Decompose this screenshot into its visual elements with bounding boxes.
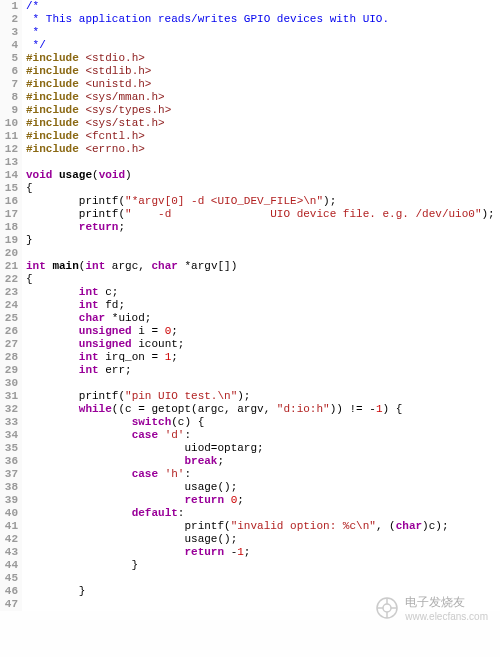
token-identifier	[26, 494, 184, 506]
line-number: 39	[0, 494, 18, 507]
line-number: 29	[0, 364, 18, 377]
token-identifier: :	[184, 468, 191, 480]
line-number: 22	[0, 273, 18, 286]
token-string: "d:io:h"	[277, 403, 330, 415]
token-brace: }	[26, 234, 33, 246]
token-identifier: );	[482, 208, 495, 220]
code-line: return;	[26, 221, 500, 234]
line-number: 34	[0, 429, 18, 442]
token-identifier: )c);	[422, 520, 448, 532]
token-type: int	[79, 299, 99, 311]
code-line: return -1;	[26, 546, 500, 559]
token-string: " -d UIO device file. e.g. /dev/uio0"	[125, 208, 481, 220]
token-identifier: }	[26, 559, 138, 571]
line-number: 15	[0, 182, 18, 195]
token-identifier: c;	[99, 286, 119, 298]
token-include-path: <sys/types.h>	[85, 104, 171, 116]
line-number: 1	[0, 0, 18, 13]
token-identifier: (c) {	[171, 416, 204, 428]
line-number: 23	[0, 286, 18, 299]
code-line	[26, 156, 500, 169]
code-line: int err;	[26, 364, 500, 377]
line-number: 40	[0, 507, 18, 520]
code-line: char *uiod;	[26, 312, 500, 325]
token-identifier: (	[92, 169, 99, 181]
token-include-path: <stdlib.h>	[85, 65, 151, 77]
code-line: unsigned i = 0;	[26, 325, 500, 338]
code-line: void usage(void)	[26, 169, 500, 182]
token-preprocessor: #include	[26, 130, 85, 142]
line-number: 43	[0, 546, 18, 559]
token-keyword: case	[132, 468, 158, 480]
token-identifier: );	[323, 195, 336, 207]
token-identifier: ;	[171, 325, 178, 337]
token-type: int	[85, 260, 105, 272]
code-content: /* * This application reads/writes GPIO …	[22, 0, 500, 611]
line-number: 42	[0, 533, 18, 546]
token-identifier: argc,	[105, 260, 151, 272]
token-identifier: )	[125, 169, 132, 181]
token-identifier	[158, 429, 165, 441]
token-keyword: return	[184, 546, 224, 558]
code-line: case 'd':	[26, 429, 500, 442]
code-line: unsigned icount;	[26, 338, 500, 351]
code-line: printf("pin UIO test.\n");	[26, 390, 500, 403]
token-identifier: err;	[99, 364, 132, 376]
token-identifier: *argv[])	[178, 260, 237, 272]
token-type: unsigned	[79, 325, 132, 337]
token-keyword: switch	[132, 416, 172, 428]
line-number: 45	[0, 572, 18, 585]
code-line: break;	[26, 455, 500, 468]
code-line: usage();	[26, 481, 500, 494]
token-include-path: <fcntl.h>	[85, 130, 144, 142]
code-line: #include <fcntl.h>	[26, 130, 500, 143]
watermark-url: www.elecfans.com	[405, 611, 488, 622]
token-comment: /*	[26, 0, 39, 12]
code-line: #include <stdio.h>	[26, 52, 500, 65]
code-editor: 1234567891011121314151617181920212223242…	[0, 0, 500, 611]
code-line: /*	[26, 0, 500, 13]
code-line: {	[26, 273, 500, 286]
token-identifier: ((c = getopt(argc, argv,	[112, 403, 277, 415]
line-number: 26	[0, 325, 18, 338]
token-include-path: <sys/mman.h>	[85, 91, 164, 103]
line-number: 5	[0, 52, 18, 65]
line-number: 16	[0, 195, 18, 208]
token-char-literal: 'h'	[165, 468, 185, 480]
token-identifier: ;	[244, 546, 251, 558]
token-keyword: case	[132, 429, 158, 441]
line-number: 11	[0, 130, 18, 143]
token-type: int	[79, 286, 99, 298]
token-identifier: printf(	[26, 520, 231, 532]
code-line: #include <sys/mman.h>	[26, 91, 500, 104]
token-identifier	[26, 221, 79, 233]
token-include-path: <unistd.h>	[85, 78, 151, 90]
code-line: switch(c) {	[26, 416, 500, 429]
token-preprocessor: #include	[26, 91, 85, 103]
token-identifier: uiod=optarg;	[26, 442, 264, 454]
line-number: 12	[0, 143, 18, 156]
token-string: "*argv[0] -d <UIO_DEV_FILE>\n"	[125, 195, 323, 207]
token-identifier	[26, 429, 132, 441]
token-identifier	[26, 403, 79, 415]
token-type: void	[99, 169, 125, 181]
code-line: printf("invalid option: %c\n", (char)c);	[26, 520, 500, 533]
token-string: "pin UIO test.\n"	[125, 390, 237, 402]
line-number: 35	[0, 442, 18, 455]
code-line: *	[26, 26, 500, 39]
token-comment: *	[26, 26, 39, 38]
token-type: int	[79, 364, 99, 376]
token-char-literal: 'd'	[165, 429, 185, 441]
code-line: {	[26, 182, 500, 195]
token-identifier	[158, 468, 165, 480]
token-function-name: main	[52, 260, 78, 272]
token-identifier: ) {	[383, 403, 403, 415]
token-identifier: irq_on =	[99, 351, 165, 363]
line-number: 2	[0, 13, 18, 26]
code-line: uiod=optarg;	[26, 442, 500, 455]
token-type: int	[79, 351, 99, 363]
token-include-path: <errno.h>	[85, 143, 144, 155]
line-number: 8	[0, 91, 18, 104]
token-brace: {	[26, 182, 33, 194]
token-string: "invalid option: %c\n"	[231, 520, 376, 532]
